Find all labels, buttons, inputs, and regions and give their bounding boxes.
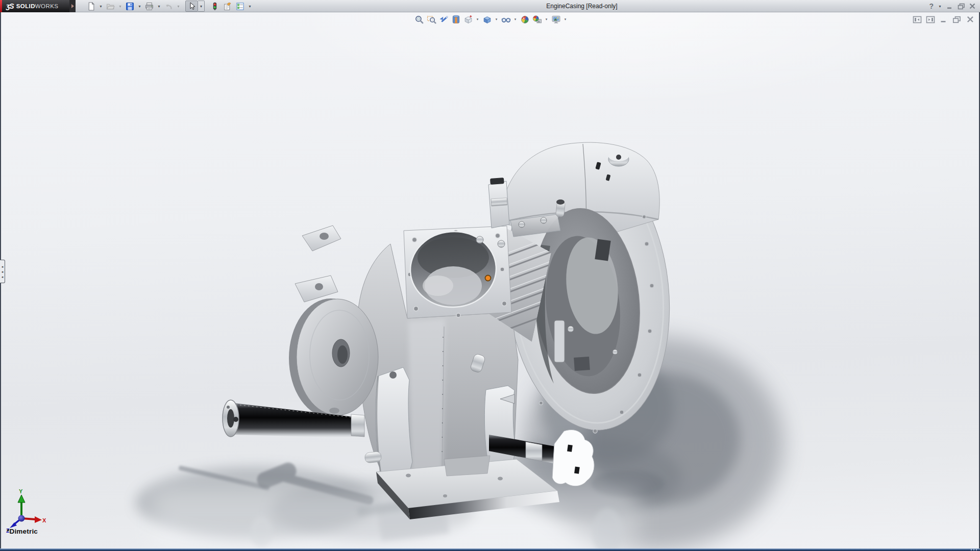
triad-origin-ball bbox=[18, 515, 25, 522]
apply-scene-dropdown[interactable]: ▾ bbox=[544, 14, 549, 24]
solidworks-logo-glyph: ʒS bbox=[6, 2, 14, 10]
undo-dropdown[interactable]: ▾ bbox=[175, 1, 182, 12]
x-axis-arrow bbox=[35, 516, 42, 523]
view-orientation-dropdown[interactable]: ▾ bbox=[475, 14, 480, 24]
new-document-button[interactable] bbox=[85, 1, 97, 12]
brand-text-bold: SOLID bbox=[16, 3, 35, 9]
close-document-icon bbox=[966, 16, 974, 23]
window-border-bottom bbox=[0, 548, 980, 551]
close-icon bbox=[969, 3, 976, 9]
view-settings-icon bbox=[551, 15, 561, 24]
save-button[interactable] bbox=[124, 1, 136, 12]
y-axis-arrow bbox=[18, 495, 25, 503]
undo-icon bbox=[164, 2, 173, 11]
save-icon bbox=[126, 2, 134, 11]
undo-button[interactable] bbox=[162, 1, 175, 12]
traffic-light-icon bbox=[211, 2, 219, 11]
options-button[interactable] bbox=[234, 1, 247, 12]
edit-note-icon bbox=[223, 2, 232, 11]
new-document-icon bbox=[87, 2, 95, 11]
view-orientation-cube-icon bbox=[463, 15, 473, 24]
menu-flyout-button[interactable] bbox=[69, 0, 76, 12]
save-dropdown[interactable]: ▾ bbox=[136, 1, 143, 12]
edit-appearance-button[interactable] bbox=[519, 14, 530, 24]
brand-red-stripe bbox=[0, 0, 2, 12]
titlebar: ʒS SOLIDWORKS ▾ ▾ bbox=[0, 0, 980, 12]
previous-view-button[interactable] bbox=[438, 14, 449, 24]
print-icon bbox=[145, 2, 154, 11]
collapse-left-pane-button[interactable] bbox=[912, 15, 922, 23]
hide-show-items-dropdown[interactable]: ▾ bbox=[512, 14, 518, 24]
window-title: EngineCasing [Read-only] bbox=[516, 0, 648, 12]
x-axis-label: X bbox=[42, 517, 46, 523]
engine-casing-model[interactable] bbox=[0, 0, 980, 551]
heads-up-view-toolbar: ▾ ▾ ▾ bbox=[413, 14, 568, 24]
collapse-triangle-icon: ◂ bbox=[2, 275, 4, 279]
document-window-controls bbox=[912, 15, 975, 23]
minimize-icon bbox=[946, 3, 953, 9]
print-dropdown[interactable]: ▾ bbox=[156, 1, 162, 12]
zoom-to-area-button[interactable] bbox=[426, 14, 437, 24]
y-axis-label: Y bbox=[19, 489, 23, 494]
display-style-button[interactable] bbox=[481, 14, 493, 24]
previous-view-icon bbox=[439, 15, 449, 24]
collapse-right-pane-button[interactable] bbox=[925, 15, 935, 23]
zoom-to-fit-button[interactable] bbox=[413, 14, 425, 24]
resize-grip[interactable] bbox=[971, 549, 978, 550]
open-document-dropdown[interactable]: ▾ bbox=[117, 1, 124, 12]
display-style-dropdown[interactable]: ▾ bbox=[494, 14, 499, 24]
restore-icon bbox=[958, 3, 965, 10]
feature-manager-collapsed-tab[interactable]: ◂ ◂ ◂ bbox=[0, 260, 5, 283]
help-dropdown[interactable]: ▾ bbox=[937, 1, 943, 12]
new-document-dropdown[interactable]: ▾ bbox=[97, 1, 104, 12]
solidworks-logo[interactable]: ʒS SOLIDWORKS bbox=[0, 0, 69, 12]
edit-note-button[interactable] bbox=[221, 1, 234, 12]
options-checklist-icon bbox=[236, 2, 244, 11]
view-settings-dropdown[interactable]: ▾ bbox=[562, 14, 568, 24]
open-document-button[interactable] bbox=[104, 1, 117, 12]
edit-appearance-ball-icon bbox=[520, 15, 530, 24]
collapse-right-pane-icon bbox=[926, 16, 935, 23]
hide-show-items-button[interactable] bbox=[500, 14, 511, 24]
zoom-to-area-icon bbox=[427, 15, 436, 24]
section-view-icon bbox=[451, 15, 461, 24]
collapse-triangle-icon: ◂ bbox=[2, 265, 4, 268]
select-dropdown[interactable]: ▾ bbox=[198, 1, 205, 12]
open-folder-icon bbox=[106, 2, 115, 11]
view-orientation-label: *Dimetric bbox=[7, 528, 38, 535]
apply-scene-button[interactable] bbox=[531, 14, 543, 24]
display-style-cube-icon bbox=[482, 15, 492, 24]
selection-point-marker[interactable] bbox=[485, 276, 491, 281]
select-cursor-icon bbox=[188, 2, 196, 10]
minimize-window-button[interactable] bbox=[945, 2, 954, 11]
minimize-document-icon bbox=[940, 16, 948, 23]
select-button[interactable] bbox=[185, 1, 198, 12]
collapse-left-pane-icon bbox=[913, 16, 922, 23]
close-window-button[interactable] bbox=[968, 2, 977, 11]
collapse-triangle-icon: ◂ bbox=[2, 270, 4, 273]
hide-show-glasses-icon bbox=[501, 15, 511, 24]
section-view-button[interactable] bbox=[450, 14, 461, 24]
restore-document-icon bbox=[952, 16, 961, 23]
flyout-arrow-icon bbox=[71, 4, 74, 8]
zoom-to-fit-icon bbox=[414, 15, 424, 24]
brand-text-light: WORKS bbox=[35, 3, 58, 9]
main-toolbar: ▾ ▾ ▾ bbox=[85, 0, 253, 12]
close-document-button[interactable] bbox=[965, 15, 975, 23]
view-settings-button[interactable] bbox=[550, 14, 561, 24]
restore-document-button[interactable] bbox=[952, 15, 962, 23]
solidworks-window: ʒS SOLIDWORKS ▾ ▾ bbox=[0, 0, 980, 551]
traffic-light-button[interactable] bbox=[208, 1, 221, 12]
apply-scene-icon bbox=[532, 15, 542, 24]
print-button[interactable] bbox=[143, 1, 156, 12]
options-dropdown[interactable]: ▾ bbox=[247, 1, 253, 12]
view-orientation-button[interactable] bbox=[462, 14, 474, 24]
titlebar-controls: ? ▾ bbox=[928, 0, 977, 12]
help-button[interactable]: ? bbox=[928, 2, 935, 10]
minimize-document-button[interactable] bbox=[939, 15, 948, 23]
restore-window-button[interactable] bbox=[957, 2, 966, 11]
